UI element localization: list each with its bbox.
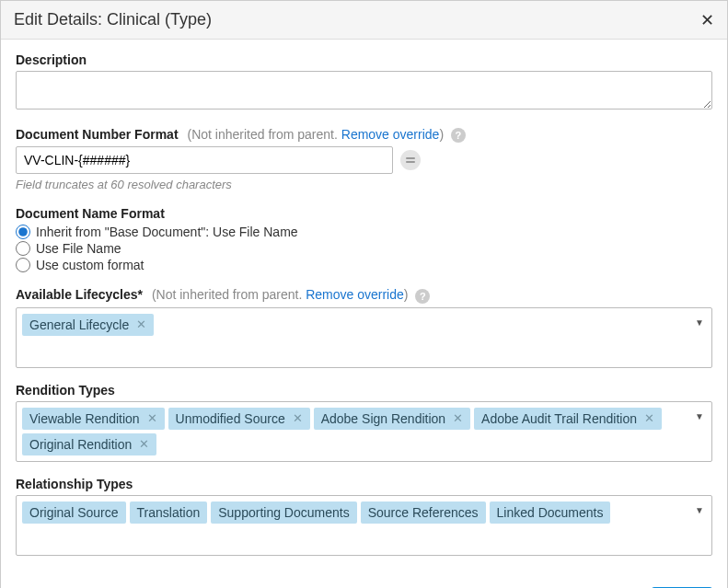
relationships-label: Relationship Types	[16, 477, 133, 491]
tag: Original Source	[22, 502, 126, 524]
chevron-down-icon[interactable]: ▼	[695, 317, 704, 328]
renditions-field: Rendition Types Viewable Rendition✕Unmod…	[16, 383, 712, 462]
renditions-label: Rendition Types	[16, 383, 115, 398]
svg-rect-1	[406, 161, 415, 163]
relationships-field: Relationship Types Original SourceTransl…	[16, 477, 712, 556]
edit-details-dialog: Edit Details: Clinical (Type) ✕ Descript…	[0, 0, 728, 588]
description-label: Description	[16, 52, 87, 67]
doc-name-option-custom[interactable]: Use custom format	[16, 258, 712, 272]
help-icon[interactable]: ?	[415, 289, 430, 304]
tag-label: General Lifecycle	[29, 317, 129, 333]
tag: Adobe Sign Rendition✕	[314, 408, 470, 430]
tag-label: Unmodified Source	[176, 410, 285, 427]
doc-name-option-inherit[interactable]: Inherit from "Base Document": Use File N…	[16, 225, 712, 239]
token-picker-icon[interactable]	[400, 150, 421, 170]
tag-label: Viewable Rendition	[29, 410, 140, 427]
tag-label: Adobe Sign Rendition	[321, 410, 445, 427]
doc-name-field: Document Name Format Inherit from "Base …	[16, 206, 712, 272]
dialog-title: Edit Details: Clinical (Type)	[14, 10, 212, 29]
doc-number-remove-override-link[interactable]: Remove override	[341, 127, 440, 142]
tag-remove-icon[interactable]: ✕	[644, 410, 654, 427]
chevron-down-icon[interactable]: ▼	[695, 411, 704, 421]
renditions-multiselect[interactable]: Viewable Rendition✕Unmodified Source✕Ado…	[16, 401, 712, 462]
tag: Original Rendition✕	[22, 433, 156, 455]
doc-name-label: Document Name Format	[16, 206, 165, 221]
doc-name-radio-custom[interactable]	[16, 258, 30, 272]
tag: Translation	[130, 502, 208, 524]
tag: General Lifecycle✕	[22, 314, 154, 336]
doc-name-radio-group: Inherit from "Base Document": Use File N…	[16, 225, 712, 272]
dialog-footer: Cancel Save	[1, 578, 727, 588]
tag-label: Original Source	[29, 504, 119, 521]
tag-label: Adobe Audit Trail Rendition	[481, 410, 637, 427]
tag-label: Original Rendition	[29, 436, 132, 453]
doc-number-label: Document Number Format	[16, 127, 179, 142]
help-icon[interactable]: ?	[451, 128, 466, 143]
tag: Adobe Audit Trail Rendition✕	[474, 408, 662, 430]
tag-label: Linked Documents	[497, 504, 604, 521]
close-icon[interactable]: ✕	[700, 12, 714, 29]
doc-name-radio-filename[interactable]	[16, 241, 30, 256]
tag: Linked Documents	[490, 502, 611, 524]
tag: Supporting Documents	[211, 502, 356, 524]
doc-name-radio-inherit[interactable]	[16, 225, 30, 239]
svg-rect-0	[406, 157, 415, 159]
dialog-body: Description Document Number Format (Not …	[1, 40, 727, 578]
tag-remove-icon[interactable]: ✕	[147, 410, 157, 427]
relationships-multiselect[interactable]: Original SourceTranslationSupporting Doc…	[16, 495, 712, 556]
tag-remove-icon[interactable]: ✕	[136, 317, 146, 333]
lifecycles-remove-override-link[interactable]: Remove override	[306, 287, 404, 302]
tag-remove-icon[interactable]: ✕	[293, 410, 303, 427]
doc-number-helper: Field truncates at 60 resolved character…	[16, 178, 712, 191]
tag-label: Translation	[137, 504, 201, 521]
doc-number-input[interactable]	[16, 146, 393, 174]
tag-remove-icon[interactable]: ✕	[139, 436, 149, 453]
doc-name-option-filename[interactable]: Use File Name	[16, 241, 712, 256]
tag: Source References	[361, 502, 486, 524]
lifecycles-label: Available Lifecycles*	[16, 287, 143, 302]
doc-number-hint: (Not inherited from parent. Remove overr…	[187, 127, 446, 142]
tag-remove-icon[interactable]: ✕	[453, 410, 463, 427]
dialog-header: Edit Details: Clinical (Type) ✕	[1, 1, 727, 40]
doc-number-field: Document Number Format (Not inherited fr…	[16, 127, 712, 191]
tag: Viewable Rendition✕	[22, 408, 165, 430]
lifecycles-hint: (Not inherited from parent. Remove overr…	[152, 287, 411, 302]
tag-label: Source References	[368, 504, 479, 521]
lifecycles-multiselect[interactable]: General Lifecycle✕▼	[16, 307, 712, 368]
tag: Unmodified Source✕	[168, 408, 310, 430]
description-field: Description	[16, 52, 712, 112]
lifecycles-field: Available Lifecycles* (Not inherited fro…	[16, 287, 712, 367]
chevron-down-icon[interactable]: ▼	[695, 505, 704, 515]
description-input[interactable]	[16, 71, 712, 110]
tag-label: Supporting Documents	[218, 504, 349, 521]
